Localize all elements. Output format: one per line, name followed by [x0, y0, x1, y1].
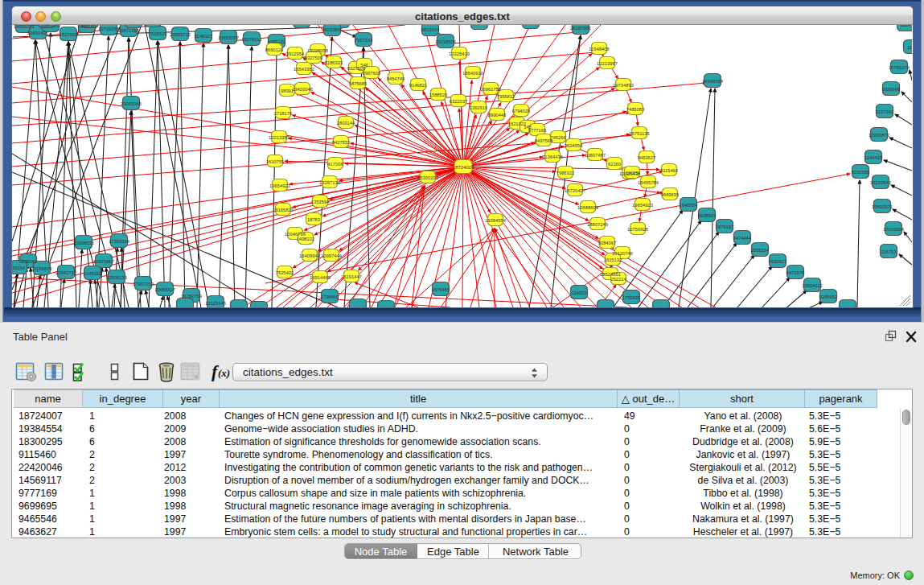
svg-text:19384554: 19384554	[485, 218, 507, 223]
svg-text:12505135: 12505135	[106, 275, 127, 280]
svg-text:10997444: 10997444	[321, 253, 343, 258]
svg-text:19166827: 19166827	[273, 208, 294, 212]
svg-text:8938923: 8938923	[698, 213, 717, 218]
svg-text:8186323: 8186323	[325, 60, 343, 65]
svg-text:16914469: 16914469	[310, 275, 331, 280]
svg-text:13325419: 13325419	[449, 51, 470, 56]
svg-text:20691406: 20691406	[27, 31, 48, 35]
svg-text:20206536: 20206536	[73, 241, 94, 245]
svg-text:9327509: 9327509	[305, 56, 323, 60]
svg-text:5875685: 5875685	[349, 81, 368, 86]
svg-text:1117: 1117	[907, 45, 912, 50]
svg-text:9146327: 9146327	[195, 34, 213, 39]
svg-text:9324: 9324	[901, 25, 912, 27]
svg-text:12213967: 12213967	[597, 61, 618, 66]
svg-text:1610755: 1610755	[266, 159, 285, 164]
svg-text:1736465: 1736465	[321, 295, 339, 299]
svg-text:7485083: 7485083	[626, 107, 645, 112]
svg-text:23420046: 23420046	[292, 87, 313, 92]
svg-text:9329966: 9329966	[882, 87, 901, 92]
svg-text:9669695: 9669695	[661, 192, 680, 197]
svg-text:9463627: 9463627	[638, 155, 656, 160]
svg-text:1498222: 1498222	[297, 237, 315, 241]
svg-text:20553715: 20553715	[170, 32, 191, 37]
svg-text:9227342: 9227342	[876, 109, 894, 114]
svg-text:12093873: 12093873	[869, 133, 889, 138]
svg-text:9474444: 9474444	[733, 236, 752, 241]
svg-text:10958117: 10958117	[154, 287, 175, 292]
svg-text:10719155: 10719155	[98, 27, 119, 31]
svg-text:15720407: 15720407	[565, 188, 585, 193]
svg-text:16543382: 16543382	[294, 67, 314, 72]
svg-text:19734893: 19734893	[613, 83, 634, 88]
svg-text:39154: 39154	[12, 266, 26, 270]
svg-text:7515526: 7515526	[149, 31, 167, 36]
svg-text:10688609: 10688609	[577, 205, 598, 210]
svg-text:12323446: 12323446	[205, 301, 226, 306]
svg-text:252214: 252214	[610, 277, 626, 282]
svg-text:417006: 417006	[327, 162, 343, 167]
svg-text:3624554: 3624554	[565, 143, 583, 148]
svg-text:7986322: 7986322	[556, 171, 575, 175]
svg-text:1362615: 1362615	[470, 105, 488, 110]
svg-text:19654923: 19654923	[632, 203, 653, 208]
svg-text:16671355: 16671355	[118, 28, 139, 33]
svg-text:9427552: 9427552	[332, 140, 351, 145]
svg-text:18807249: 18807249	[587, 222, 608, 227]
svg-text:26187682: 26187682	[570, 26, 591, 31]
svg-text:16961758: 16961758	[480, 87, 501, 92]
svg-text:17359924: 17359924	[109, 239, 130, 244]
svg-text:8660124: 8660124	[265, 47, 284, 52]
svg-text:10756928: 10756928	[627, 227, 648, 232]
svg-text:2718176: 2718176	[274, 111, 293, 116]
svg-text:1588520: 1588520	[429, 93, 448, 97]
svg-text:116753: 116753	[881, 249, 897, 254]
svg-text:16210643: 16210643	[870, 180, 891, 185]
svg-text:1615132: 1615132	[604, 257, 622, 262]
svg-text:16033809: 16033809	[322, 27, 343, 32]
svg-text:62160: 62160	[608, 162, 621, 167]
svg-text:7632621: 7632621	[769, 259, 787, 264]
svg-text:25300203: 25300203	[417, 175, 438, 180]
svg-text:18783: 18783	[307, 217, 320, 222]
svg-text:1244415: 1244415	[864, 155, 883, 160]
svg-text:1835061: 1835061	[19, 259, 38, 264]
svg-text:1640954: 1640954	[680, 203, 698, 208]
svg-text:10975867: 10975867	[93, 259, 114, 264]
svg-text:10025: 10025	[626, 171, 639, 175]
svg-text:15495784: 15495784	[638, 180, 659, 185]
svg-text:2967608: 2967608	[363, 71, 381, 76]
svg-text:11156829: 11156829	[32, 266, 52, 271]
svg-text:13226058: 13226058	[307, 48, 328, 53]
svg-text:29053346: 29053346	[121, 101, 142, 106]
svg-text:11548408: 11548408	[589, 47, 609, 51]
svg-text:(x): (x)	[218, 367, 230, 379]
svg-text:19218506: 19218506	[435, 39, 456, 44]
svg-text:10653287: 10653287	[218, 35, 239, 40]
svg-text:119023: 119023	[572, 290, 587, 295]
svg-text:1733426: 1733426	[622, 295, 641, 300]
svg-text:6794028: 6794028	[512, 109, 531, 113]
svg-text:98991: 98991	[281, 89, 294, 93]
svg-text:1145193: 1145193	[84, 271, 101, 276]
svg-text:16751135: 16751135	[629, 131, 649, 136]
svg-text:9245652: 9245652	[819, 295, 838, 299]
svg-text:3912954: 3912954	[286, 51, 305, 56]
svg-text:6879197: 6879197	[716, 225, 734, 229]
svg-text:9777169: 9777169	[528, 128, 547, 133]
svg-text:9084067: 9084067	[598, 241, 617, 245]
svg-text:1576465: 1576465	[432, 287, 450, 292]
svg-text:17957253: 17957253	[133, 282, 154, 286]
svg-text:2803144: 2803144	[337, 121, 355, 126]
svg-text:8813014: 8813014	[421, 27, 440, 32]
svg-text:16191447: 16191447	[341, 274, 362, 279]
svg-text:12213383: 12213383	[269, 135, 290, 140]
svg-text:9146821: 9146821	[409, 83, 428, 88]
svg-text:16648784: 16648784	[702, 79, 724, 84]
svg-text:1353594: 1353594	[311, 200, 330, 204]
svg-text:19654923: 19654923	[269, 183, 290, 188]
svg-text:8471676: 8471676	[786, 270, 805, 275]
svg-text:15751074: 15751074	[889, 65, 910, 70]
svg-text:17016504: 17016504	[883, 227, 905, 232]
svg-text:21364436: 21364436	[542, 154, 563, 159]
